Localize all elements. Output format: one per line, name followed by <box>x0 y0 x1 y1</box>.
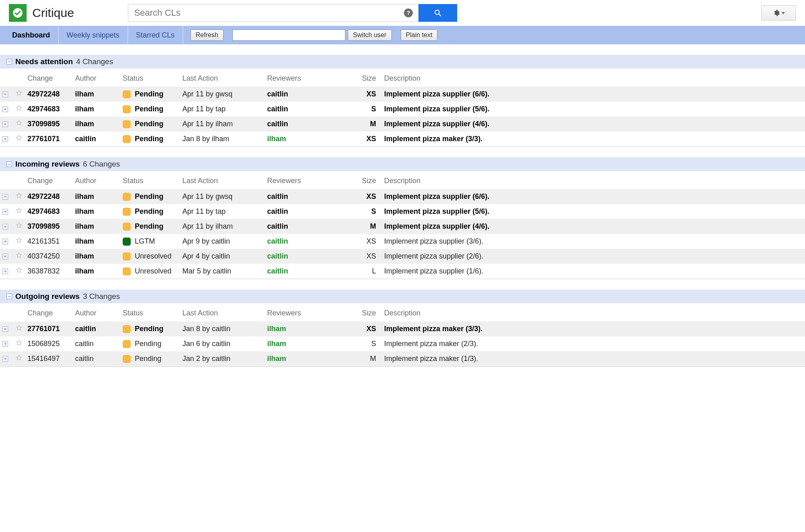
star-toggle[interactable] <box>15 208 23 216</box>
table-row[interactable]: +42972248ilhamPendingApr 11 by gwsqcaitl… <box>0 87 805 102</box>
settings-button[interactable] <box>761 5 796 21</box>
star-icon <box>15 267 23 274</box>
description: Implement pizza supplier (5/6). <box>382 102 805 117</box>
collapse-toggle[interactable]: − <box>6 59 12 65</box>
change-id[interactable]: 42161351 <box>25 234 73 249</box>
change-id[interactable]: 42972248 <box>25 189 73 204</box>
description: Implement pizza maker (2/3). <box>382 336 805 351</box>
description: Implement pizza supplier (3/6). <box>382 234 805 249</box>
star-toggle[interactable] <box>15 105 23 113</box>
expand-icon[interactable]: + <box>2 239 8 244</box>
expand-icon[interactable]: + <box>2 341 8 347</box>
section-title: Incoming reviews <box>15 160 79 169</box>
collapse-toggle[interactable]: − <box>6 161 12 167</box>
author: ilham <box>73 264 120 279</box>
last-action: Jan 8 by ilham <box>180 131 265 146</box>
expand-icon[interactable]: + <box>2 106 8 112</box>
expand-icon[interactable]: + <box>2 121 8 127</box>
star-toggle[interactable] <box>15 193 23 201</box>
status-chip <box>123 90 131 98</box>
change-id[interactable]: 40374250 <box>25 249 73 264</box>
author: caitlin <box>73 351 120 366</box>
refresh-button[interactable]: Refresh <box>190 29 224 41</box>
expand-icon[interactable]: + <box>2 194 8 200</box>
collapse-toggle[interactable]: − <box>6 294 12 299</box>
plain-text-button[interactable]: Plain text <box>401 29 438 41</box>
description: Implement pizza supplier (5/6). <box>382 204 805 219</box>
expand-icon[interactable]: + <box>2 136 8 142</box>
change-id[interactable]: 27761071 <box>25 131 73 146</box>
nav-dashboard[interactable]: Dashboard <box>4 26 59 44</box>
star-toggle[interactable] <box>15 340 23 348</box>
last-action: Apr 11 by gwsq <box>180 87 265 102</box>
table-row[interactable]: +15068925caitlinPendingJan 6 by caitlini… <box>0 336 805 351</box>
table-row[interactable]: +37099895ilhamPendingApr 11 by ilhamcait… <box>0 219 805 234</box>
status-chip <box>123 120 131 128</box>
description: Implement pizza supplier (2/6). <box>382 249 805 264</box>
star-toggle[interactable] <box>15 252 23 261</box>
expand-icon[interactable]: + <box>2 209 8 215</box>
table-row[interactable]: +15416497caitlinPendingJan 2 by caitlini… <box>0 351 805 366</box>
star-toggle[interactable] <box>15 135 23 143</box>
change-id[interactable]: 36387832 <box>25 264 73 279</box>
star-icon <box>15 104 23 112</box>
table-row[interactable]: +42161351ilhamLGTMApr 9 by caitlincaitli… <box>0 234 805 249</box>
author: ilham <box>73 249 120 264</box>
switch-user-button[interactable]: Switch user <box>348 29 392 41</box>
expand-icon[interactable]: + <box>2 224 8 229</box>
table-row[interactable]: +37099895ilhamPendingApr 11 by ilhamcait… <box>0 117 805 131</box>
col-status: Status <box>120 69 180 87</box>
last-action: Apr 11 by gwsq <box>180 189 265 204</box>
cl-table: ChangeAuthorStatusLast ActionReviewersSi… <box>0 69 805 146</box>
app-name: Critique <box>32 6 74 20</box>
table-row[interactable]: +42974683ilhamPendingApr 11 by tapcaitli… <box>0 102 805 117</box>
switch-user-input[interactable] <box>232 29 345 41</box>
table-row[interactable]: +42974683ilhamPendingApr 11 by tapcaitli… <box>0 204 805 219</box>
last-action: Apr 9 by caitlin <box>180 234 265 249</box>
star-toggle[interactable] <box>15 223 23 231</box>
size: XS <box>359 189 382 204</box>
star-toggle[interactable] <box>15 267 23 275</box>
col-last-action: Last Action <box>180 303 265 321</box>
star-toggle[interactable] <box>15 90 23 98</box>
star-toggle[interactable] <box>15 355 23 363</box>
star-icon <box>15 207 23 214</box>
search-input[interactable] <box>128 4 418 22</box>
nav-starred-cls[interactable]: Starred CLs <box>128 26 183 44</box>
change-id[interactable]: 15416497 <box>25 351 73 366</box>
section-header: −Outgoing reviews 3 Changes <box>0 290 805 303</box>
expand-icon[interactable]: + <box>2 356 8 362</box>
table-row[interactable]: +36387832ilhamUnresolvedMar 5 by caitlin… <box>0 264 805 279</box>
change-id[interactable]: 27761071 <box>25 321 73 336</box>
change-id[interactable]: 37099895 <box>25 219 73 234</box>
change-id[interactable]: 42972248 <box>25 87 73 102</box>
change-id[interactable]: 42974683 <box>25 204 73 219</box>
nav-weekly-snippets[interactable]: Weekly snippets <box>59 26 128 44</box>
description: Implement pizza supplier (6/6). <box>382 87 805 102</box>
table-row[interactable]: +42972248ilhamPendingApr 11 by gwsqcaitl… <box>0 189 805 204</box>
change-id[interactable]: 42974683 <box>25 102 73 117</box>
search-button[interactable] <box>418 4 457 22</box>
star-toggle[interactable] <box>15 238 23 246</box>
col-author: Author <box>73 69 120 87</box>
change-id[interactable]: 15068925 <box>25 336 73 351</box>
expand-icon[interactable]: + <box>2 269 8 274</box>
table-row[interactable]: +27761071caitlinPendingJan 8 by caitlini… <box>0 321 805 336</box>
star-toggle[interactable] <box>15 120 23 128</box>
expand-icon[interactable]: + <box>2 254 8 259</box>
app-logo <box>9 4 27 22</box>
expand-icon[interactable]: + <box>2 326 8 332</box>
table-row[interactable]: +27761071caitlinPendingJan 8 by ilhamilh… <box>0 131 805 146</box>
status: Pending <box>120 131 180 146</box>
expand-icon[interactable]: + <box>2 92 8 97</box>
star-icon <box>15 134 23 142</box>
table-row[interactable]: +40374250ilhamUnresolvedApr 4 by caitlin… <box>0 249 805 264</box>
status: Pending <box>120 87 180 102</box>
change-id[interactable]: 37099895 <box>25 117 73 131</box>
col-reviewers: Reviewers <box>265 69 359 87</box>
size: S <box>359 204 382 219</box>
star-toggle[interactable] <box>15 325 23 333</box>
status: Pending <box>120 102 180 117</box>
search-bar: ? <box>128 4 457 22</box>
size: XS <box>359 234 382 249</box>
